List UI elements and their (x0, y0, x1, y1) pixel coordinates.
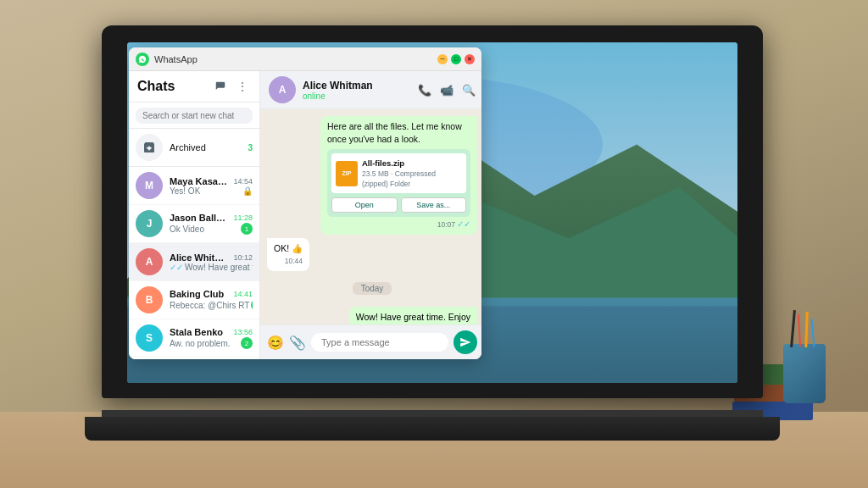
unread-badge: 1 (241, 223, 253, 235)
message-input[interactable] (311, 333, 448, 352)
chat-input-area: 😊 📎 (260, 324, 481, 359)
window-controls[interactable]: ─ □ ✕ (437, 54, 475, 64)
file-buttons: Open Save as... (331, 197, 466, 213)
voice-call-icon[interactable]: 📞 (418, 84, 431, 97)
message-text: OK! 👍 (274, 243, 303, 253)
maximize-button[interactable]: □ (451, 54, 461, 64)
chat-header-info: Alice Whitman online (303, 80, 411, 101)
chat-time: 11:28 (233, 214, 253, 222)
sidebar-header: Chats ⋮ (129, 71, 259, 103)
laptop: WhatsApp ─ □ ✕ Chats (102, 25, 763, 441)
message-text: Wow! Have great time. Enjoy (356, 312, 470, 322)
avatar: J (136, 210, 163, 237)
contact-avatar[interactable]: A (269, 76, 296, 103)
video-call-icon[interactable]: 📹 (440, 84, 453, 97)
chat-preview: Yes! OK 🔒 (170, 186, 253, 196)
new-chat-icon[interactable] (212, 78, 229, 95)
unread-badge: 8 (251, 299, 253, 311)
sidebar-header-icons: ⋮ (212, 78, 251, 95)
chat-name: Baking Club (170, 289, 224, 299)
chat-info: Baking Club 14:41 Rebecca: @Chirs RT 8 (170, 289, 253, 311)
message-time: 10:07 ✓✓ (327, 219, 470, 230)
chat-item-baking[interactable]: B Baking Club 14:41 Rebecca: @Chirs RT 8 (129, 281, 259, 319)
file-name: All-files.zip (362, 158, 462, 169)
chat-preview: Ok Video 1 (170, 223, 253, 235)
chat-preview: ✓✓ Wow! Have great time. Enjoy (170, 263, 253, 272)
chat-time: 10:12 (233, 253, 253, 262)
file-info: ZIP All-files.zip 23.5 MB · Compressed (… (331, 153, 466, 193)
message-time: 10:44 (274, 257, 303, 267)
contact-name: Alice Whitman (303, 80, 411, 92)
chat-item-maya[interactable]: M Maya Kasama 14:54 Yes! OK 🔒 (129, 167, 259, 205)
file-icon: ZIP (336, 161, 358, 186)
app-body: Chats ⋮ (129, 71, 481, 359)
read-receipt: ✓✓ (457, 219, 470, 230)
open-file-button[interactable]: Open (331, 197, 398, 213)
close-button[interactable]: ✕ (465, 54, 475, 64)
chat-time: 13:56 (233, 328, 253, 336)
chat-name: Jason Ballmer (170, 213, 230, 223)
chat-item-stala[interactable]: S Stala Benko 13:56 Aw. no problem. 2 (129, 319, 259, 358)
date-label: Today (353, 282, 392, 295)
chat-preview: Aw. no problem. 2 (170, 337, 253, 349)
chat-panel: A Alice Whitman online 📞 📹 🔍 (260, 71, 481, 359)
search-bar (129, 103, 259, 129)
laptop-hinge (102, 410, 763, 417)
chat-item-jason[interactable]: J Jason Ballmer 11:28 Ok Video 1 (129, 205, 259, 243)
sidebar: Chats ⋮ (129, 71, 260, 359)
search-input[interactable] (136, 108, 253, 124)
archived-count: 3 (248, 143, 253, 152)
avatar: S (136, 324, 163, 352)
window-title: WhatsApp (154, 54, 437, 64)
whatsapp-logo (136, 53, 149, 66)
chat-time: 14:54 (233, 177, 253, 186)
chat-header: A Alice Whitman online 📞 📹 🔍 (260, 71, 481, 109)
whatsapp-window: WhatsApp ─ □ ✕ Chats (129, 47, 481, 359)
send-button[interactable] (453, 330, 477, 354)
chat-info: Maya Kasama 14:54 Yes! OK 🔒 (170, 176, 253, 196)
chat-info: Alice Whitman 10:12 ✓✓ Wow! Have great t… (170, 252, 253, 272)
chat-header-actions: 📞 📹 🔍 (418, 84, 476, 97)
message-bubble: Here are all the files. Let me know once… (320, 116, 477, 235)
avatar: B (136, 286, 163, 313)
chat-info: Stala Benko 13:56 Aw. no problem. 2 (170, 327, 253, 349)
archived-label: Archived (170, 142, 241, 152)
file-details: All-files.zip 23.5 MB · Compressed (zipp… (362, 158, 462, 189)
laptop-base (85, 417, 780, 441)
minimize-button[interactable]: ─ (437, 54, 448, 64)
chat-info: Jason Ballmer 11:28 Ok Video 1 (170, 213, 253, 235)
chat-item-alice[interactable]: A Alice Whitman 10:12 ✓✓ Wow! Have great… (129, 243, 259, 281)
messages-area: Here are all the files. Let me know once… (260, 109, 481, 324)
pen-cup-decoration (783, 344, 826, 403)
contact-status: online (303, 92, 411, 101)
chat-preview: Rebecca: @Chirs RT 8 (170, 299, 253, 311)
avatar: A (136, 248, 163, 275)
chat-list: Archived 3 M Maya Kasama 14:54 (129, 129, 259, 359)
sidebar-title: Chats (137, 79, 175, 94)
attach-button[interactable]: 📎 (289, 335, 306, 351)
emoji-button[interactable]: 😊 (267, 335, 284, 351)
date-divider: Today (267, 280, 477, 295)
chat-name: Maya Kasama (170, 176, 230, 186)
archive-icon (136, 134, 163, 161)
chat-name: Alice Whitman (170, 252, 230, 263)
file-attachment: ZIP All-files.zip 23.5 MB · Compressed (… (327, 149, 470, 217)
message-bubble: Wow! Have great time. Enjoy 10:12 ✓✓ (349, 307, 477, 324)
message-bubble: OK! 👍 10:44 (267, 238, 309, 271)
window-titlebar: WhatsApp ─ □ ✕ (129, 47, 481, 71)
laptop-bezel: WhatsApp ─ □ ✕ Chats (102, 25, 763, 398)
save-file-button[interactable]: Save as... (401, 197, 467, 213)
search-chat-icon[interactable]: 🔍 (462, 84, 476, 97)
avatar: M (136, 172, 163, 199)
chat-item-family[interactable]: F Family Foodies 11:21 ✓✓ Dinner last ni… (129, 358, 259, 359)
chat-name: Stala Benko (170, 327, 223, 337)
message-text: Here are all the files. Let me know once… (327, 120, 470, 145)
menu-icon[interactable]: ⋮ (234, 78, 251, 95)
chat-time: 14:41 (233, 290, 253, 298)
archived-row[interactable]: Archived 3 (129, 129, 259, 167)
file-size: 23.5 MB · Compressed (zipped) Folder (362, 169, 462, 190)
unread-badge: 2 (241, 337, 253, 349)
laptop-screen: WhatsApp ─ □ ✕ Chats (127, 42, 737, 383)
